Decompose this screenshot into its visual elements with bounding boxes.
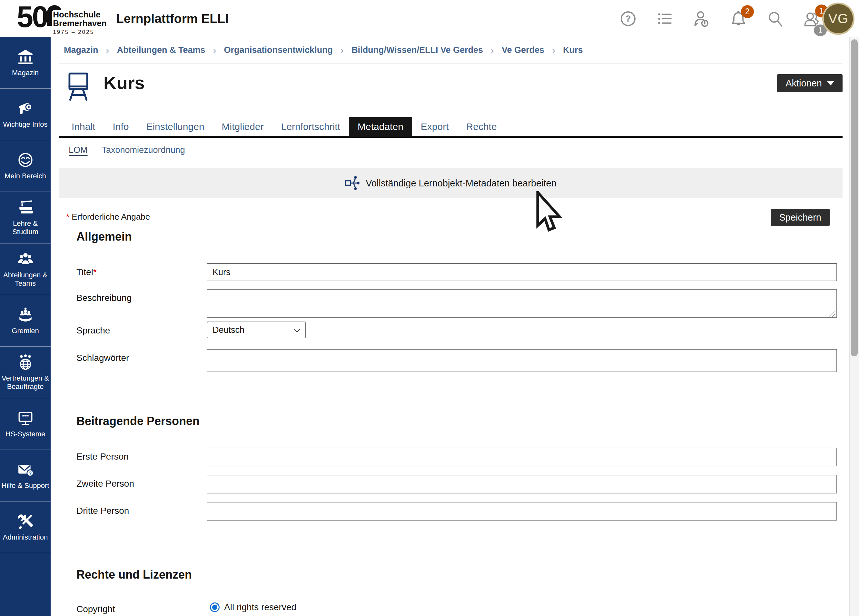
help-icon[interactable]: ?: [620, 10, 637, 27]
edit-full-metadata-link[interactable]: Vollständige Lernobjekt-Metadaten bearbe…: [345, 176, 556, 191]
subtab-bar: LOM Taxonomiezuordnung: [59, 145, 843, 155]
second-person-label: Zweite Person: [77, 475, 207, 489]
awareness-user-icon[interactable]: [693, 10, 710, 27]
page-title: Kurs: [103, 72, 145, 93]
university-logo[interactable]: 50 Hochschule Bremerhaven 1975 – 2025: [17, 2, 107, 36]
sidebar-item-vertretungen-beauftragte[interactable]: Vertretungen & Beauftragte: [0, 347, 51, 398]
breadcrumb-link[interactable]: Magazin: [64, 45, 98, 55]
smiley-icon: [17, 152, 34, 168]
third-person-input[interactable]: [207, 502, 837, 521]
committee-icon: [17, 307, 34, 323]
globe-people-icon: [17, 354, 34, 370]
language-select[interactable]: Deutsch: [207, 322, 306, 338]
required-note: * Erforderliche Angabe: [66, 212, 150, 222]
sidebar-item-hs-systeme[interactable]: *** HS-Systeme: [0, 398, 51, 450]
sidebar-item-lehre-studium[interactable]: Lehre & Studium: [0, 192, 51, 244]
tab-bar: Inhalt Info Einstellungen Mitglieder Ler…: [59, 117, 843, 138]
language-field-label: Sprache: [77, 322, 207, 336]
breadcrumb-separator: ›: [106, 45, 109, 56]
breadcrumb-separator: ›: [552, 45, 555, 56]
tab-lernfortschritt[interactable]: Lernfortschritt: [272, 117, 349, 136]
sidebar-item-magazin[interactable]: Magazin: [0, 37, 51, 89]
sidebar-item-mein-bereich[interactable]: Mein Bereich: [0, 140, 51, 192]
vertical-scrollbar-track[interactable]: [849, 37, 859, 616]
todo-list-icon[interactable]: [656, 10, 673, 27]
tab-mitglieder[interactable]: Mitglieder: [213, 117, 272, 136]
logo-line2: Bremerhaven: [53, 19, 106, 28]
required-asterisk: *: [66, 212, 69, 222]
second-person-input[interactable]: [207, 475, 837, 494]
tab-inhalt[interactable]: Inhalt: [63, 117, 104, 136]
notifications-bell-icon[interactable]: 2: [730, 10, 747, 27]
copyright-radio-label: All rights reserved: [224, 602, 296, 613]
tab-metadaten[interactable]: Metadaten: [349, 117, 412, 136]
app-title: Lernplattform ELLI: [116, 0, 229, 37]
svg-text:***: ***: [22, 414, 29, 420]
megaphone-icon: [17, 100, 34, 116]
sidebar-item-administration[interactable]: Administration: [0, 502, 51, 553]
actions-button[interactable]: Aktionen: [777, 74, 843, 92]
bank-icon: [17, 49, 34, 65]
main-content: Magazin› Abteilungen & Teams› Organisati…: [59, 37, 843, 614]
breadcrumb-link[interactable]: Bildung/Wissen/ELLI Ve Gerdes: [351, 45, 483, 55]
section-title-beitragende-personen: Beitragende Personen: [77, 414, 843, 428]
subtab-lom[interactable]: LOM: [69, 145, 88, 155]
chevron-down-icon: [827, 81, 834, 86]
vertical-scrollbar-thumb[interactable]: [851, 39, 858, 356]
sidebar-item-label: Hilfe & Support: [0, 482, 51, 490]
breadcrumb-separator: ›: [491, 45, 494, 56]
sidebar-item-gremien[interactable]: Gremien: [0, 295, 51, 347]
sidebar-item-wichtige-infos[interactable]: Wichtige Infos: [0, 89, 51, 140]
tab-export[interactable]: Export: [412, 117, 458, 136]
copyright-radio[interactable]: [210, 602, 220, 612]
svg-text:?: ?: [29, 470, 31, 475]
keywords-input[interactable]: [207, 349, 837, 372]
chevron-down-icon: [294, 327, 300, 332]
breadcrumb: Magazin› Abteilungen & Teams› Organisati…: [59, 37, 843, 64]
sidebar-item-label: Magazin: [11, 69, 40, 77]
notifications-badge: 2: [741, 5, 754, 18]
required-asterisk: *: [93, 267, 97, 277]
subtab-taxonomiezuordnung[interactable]: Taxonomiezuordnung: [102, 145, 185, 155]
section-title-allgemein: Allgemein: [77, 229, 843, 244]
sidebar-item-label: Mein Bereich: [3, 172, 47, 180]
sidebar-item-label: Wichtige Infos: [2, 120, 49, 129]
first-person-label: Erste Person: [77, 448, 207, 462]
contacts-icon[interactable]: 1 1: [804, 10, 820, 27]
sidebar-item-label: Abteilungen & Teams: [0, 271, 51, 288]
sidebar-item-label: Gremien: [10, 327, 40, 335]
copyright-field-label: Copyright: [77, 600, 207, 614]
mail-question-icon: ?: [17, 461, 34, 478]
metadata-banner: Vollständige Lernobjekt-Metadaten bearbe…: [59, 168, 843, 199]
section-divider: [66, 538, 843, 538]
user-avatar[interactable]: VG: [822, 3, 854, 35]
monitor-icon: ***: [17, 410, 34, 426]
books-icon: [17, 199, 34, 216]
breadcrumb-link[interactable]: Organisationsentwicklung: [224, 45, 333, 55]
breadcrumb-link[interactable]: Abteilungen & Teams: [117, 45, 205, 55]
tab-rechte[interactable]: Rechte: [458, 117, 506, 136]
section-divider: [66, 384, 843, 384]
tab-einstellungen[interactable]: Einstellungen: [137, 117, 213, 136]
description-textarea[interactable]: [207, 289, 837, 318]
section-title-rechte-lizenzen: Rechte und Lizenzen: [77, 567, 843, 582]
logo-line1: Hochschule: [53, 10, 106, 19]
main-sidebar: Magazin Wichtige Infos Me: [0, 37, 51, 616]
tab-info[interactable]: Info: [104, 117, 137, 136]
breadcrumb-link-current[interactable]: Kurs: [563, 45, 583, 55]
first-person-input[interactable]: [207, 448, 837, 466]
description-field-label: Beschreibung: [77, 289, 207, 303]
sidebar-item-label: Vertretungen & Beauftragte: [0, 374, 51, 391]
sidebar-item-hilfe-support[interactable]: ? Hilfe & Support: [0, 450, 51, 502]
save-button[interactable]: Speichern: [771, 209, 830, 226]
tools-icon: [17, 513, 34, 529]
sidebar-item-label: Lehre & Studium: [0, 219, 51, 236]
breadcrumb-link[interactable]: Ve Gerdes: [502, 45, 544, 55]
sidebar-item-label: HS-Systeme: [4, 430, 47, 438]
course-easel-icon: [66, 72, 91, 103]
keywords-field-label: Schlagwörter: [77, 349, 207, 363]
search-icon[interactable]: [767, 10, 784, 27]
title-input[interactable]: [207, 263, 837, 281]
sidebar-item-abteilungen-teams[interactable]: Abteilungen & Teams: [0, 244, 51, 295]
title-field-label: Titel*: [77, 263, 207, 277]
